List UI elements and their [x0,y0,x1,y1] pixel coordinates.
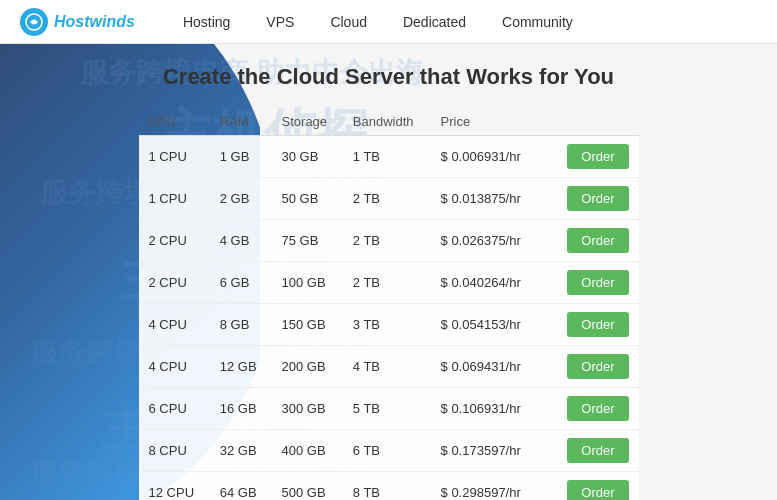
table-row: 4 CPU12 GB200 GB4 TB$ 0.069431/hrOrder [139,346,639,388]
cell-cpu: 12 CPU [139,472,210,501]
cell-ram: 4 GB [210,220,272,262]
cell-storage: 150 GB [272,304,343,346]
cell-storage: 30 GB [272,136,343,178]
navbar: Hostwinds Hosting VPS Cloud Dedicated Co… [0,0,777,44]
cell-ram: 64 GB [210,472,272,501]
table-row: 12 CPU64 GB500 GB8 TB$ 0.298597/hrOrder [139,472,639,501]
table-row: 2 CPU6 GB100 GB2 TB$ 0.040264/hrOrder [139,262,639,304]
cell-cpu: 2 CPU [139,262,210,304]
nav-link-hosting[interactable]: Hosting [165,0,248,44]
cell-storage: 100 GB [272,262,343,304]
cell-order: Order [550,304,638,346]
cell-order: Order [550,388,638,430]
order-button[interactable]: Order [567,144,628,169]
cell-price: $ 0.298597/hr [431,472,551,501]
main-content: Create the Cloud Server that Works for Y… [0,44,777,500]
nav-item-cloud[interactable]: Cloud [312,0,385,44]
cell-bandwidth: 3 TB [343,304,431,346]
cell-cpu: 1 CPU [139,178,210,220]
nav-item-community[interactable]: Community [484,0,591,44]
cell-order: Order [550,136,638,178]
table-header-row: CPU RAM Storage Bandwidth Price [139,108,639,136]
cell-price: $ 0.173597/hr [431,430,551,472]
cell-storage: 200 GB [272,346,343,388]
nav-link-dedicated[interactable]: Dedicated [385,0,484,44]
col-header-storage: Storage [272,108,343,136]
cell-bandwidth: 6 TB [343,430,431,472]
cell-cpu: 2 CPU [139,220,210,262]
cell-storage: 300 GB [272,388,343,430]
table-row: 4 CPU8 GB150 GB3 TB$ 0.054153/hrOrder [139,304,639,346]
order-button[interactable]: Order [567,438,628,463]
cell-bandwidth: 8 TB [343,472,431,501]
cell-bandwidth: 1 TB [343,136,431,178]
cell-ram: 6 GB [210,262,272,304]
cell-bandwidth: 2 TB [343,178,431,220]
cell-price: $ 0.013875/hr [431,178,551,220]
cell-cpu: 8 CPU [139,430,210,472]
cell-order: Order [550,262,638,304]
nav-item-hosting[interactable]: Hosting [165,0,248,44]
cell-ram: 12 GB [210,346,272,388]
cell-storage: 75 GB [272,220,343,262]
table-row: 2 CPU4 GB75 GB2 TB$ 0.026375/hrOrder [139,220,639,262]
cell-ram: 32 GB [210,430,272,472]
cell-ram: 8 GB [210,304,272,346]
order-button[interactable]: Order [567,312,628,337]
logo-icon [20,8,48,36]
cell-price: $ 0.040264/hr [431,262,551,304]
col-header-bandwidth: Bandwidth [343,108,431,136]
cell-order: Order [550,430,638,472]
cell-price: $ 0.054153/hr [431,304,551,346]
plans-table: CPU RAM Storage Bandwidth Price 1 CPU1 G… [139,108,639,500]
cell-bandwidth: 4 TB [343,346,431,388]
nav-link-vps[interactable]: VPS [248,0,312,44]
cell-order: Order [550,472,638,501]
cell-order: Order [550,178,638,220]
table-row: 1 CPU2 GB50 GB2 TB$ 0.013875/hrOrder [139,178,639,220]
cell-storage: 400 GB [272,430,343,472]
cell-cpu: 6 CPU [139,388,210,430]
cell-bandwidth: 2 TB [343,220,431,262]
cell-ram: 2 GB [210,178,272,220]
col-header-cpu: CPU [139,108,210,136]
nav-link-cloud[interactable]: Cloud [312,0,385,44]
order-button[interactable]: Order [567,354,628,379]
col-header-price: Price [431,108,551,136]
cell-bandwidth: 5 TB [343,388,431,430]
nav-links: Hosting VPS Cloud Dedicated Community [165,0,591,44]
cell-price: $ 0.069431/hr [431,346,551,388]
order-button[interactable]: Order [567,186,628,211]
nav-link-community[interactable]: Community [484,0,591,44]
col-header-ram: RAM [210,108,272,136]
table-row: 6 CPU16 GB300 GB5 TB$ 0.106931/hrOrder [139,388,639,430]
nav-item-dedicated[interactable]: Dedicated [385,0,484,44]
cell-ram: 16 GB [210,388,272,430]
cell-price: $ 0.026375/hr [431,220,551,262]
col-header-action [550,108,638,136]
cell-order: Order [550,346,638,388]
order-button[interactable]: Order [567,228,628,253]
logo-text: Hostwinds [54,13,135,31]
cell-cpu: 1 CPU [139,136,210,178]
table-row: 1 CPU1 GB30 GB1 TB$ 0.006931/hrOrder [139,136,639,178]
order-button[interactable]: Order [567,270,628,295]
cell-order: Order [550,220,638,262]
table-row: 8 CPU32 GB400 GB6 TB$ 0.173597/hrOrder [139,430,639,472]
page-title: Create the Cloud Server that Works for Y… [163,64,614,90]
cell-price: $ 0.006931/hr [431,136,551,178]
cell-cpu: 4 CPU [139,304,210,346]
order-button[interactable]: Order [567,480,628,500]
cell-storage: 50 GB [272,178,343,220]
nav-item-vps[interactable]: VPS [248,0,312,44]
logo[interactable]: Hostwinds [20,8,135,36]
cell-bandwidth: 2 TB [343,262,431,304]
cell-cpu: 4 CPU [139,346,210,388]
cell-ram: 1 GB [210,136,272,178]
order-button[interactable]: Order [567,396,628,421]
cell-price: $ 0.106931/hr [431,388,551,430]
hero-area: 服务跨境电商 助力中企出海 主机侦探 服务跨境电商 助力中企出海 主机侦探 服务… [0,44,777,500]
cell-storage: 500 GB [272,472,343,501]
